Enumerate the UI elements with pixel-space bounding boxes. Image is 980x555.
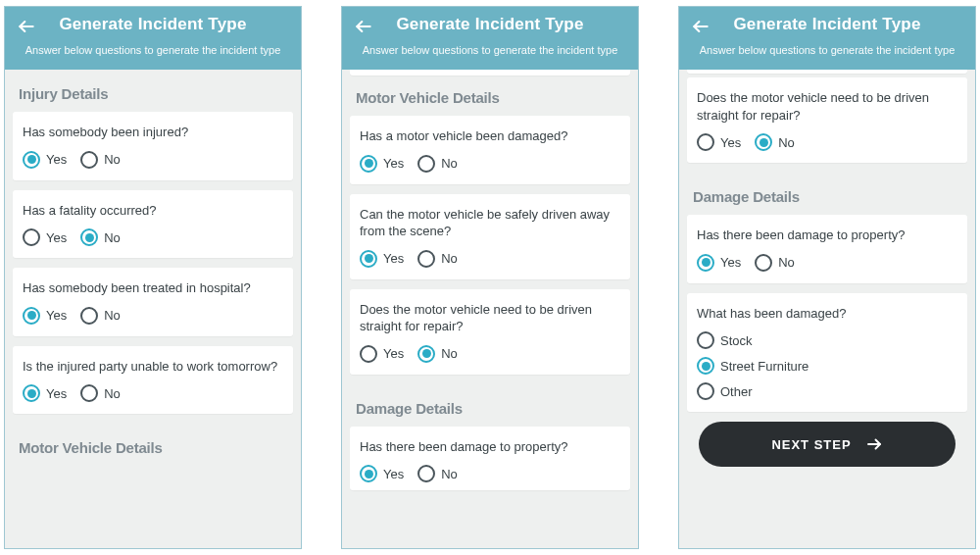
question-card-what-damaged: What has been damaged? Stock Street Furn…	[687, 293, 967, 413]
radio-label: No	[441, 346, 458, 361]
question-label: Does the motor vehicle need to be driven…	[360, 301, 620, 335]
radio-label: Other	[720, 384, 753, 399]
radio-icon	[697, 382, 714, 400]
page-subtitle: Answer below questions to generate the i…	[352, 44, 628, 56]
radio-icon	[80, 307, 98, 325]
radio-label: No	[104, 308, 121, 323]
radio-icon	[80, 228, 98, 246]
section-motor-vehicle-details: Motor Vehicle Details	[13, 424, 293, 466]
scroll-area[interactable]: Injury Details Has somebody been injured…	[5, 70, 301, 548]
radio-label: Yes	[46, 308, 67, 323]
question-card-fatality: Has a fatality occurred? Yes No	[13, 190, 293, 259]
radio-icon	[23, 307, 40, 325]
radio-icon	[23, 384, 40, 402]
radio-no[interactable]: No	[417, 155, 458, 173]
radio-label: Yes	[720, 135, 741, 150]
radio-icon	[417, 345, 435, 363]
app-header: Generate Incident Type Answer below ques…	[342, 7, 638, 70]
radio-icon	[755, 254, 772, 272]
back-button[interactable]	[15, 15, 38, 38]
radio-yes[interactable]: Yes	[697, 133, 741, 151]
scroll-area[interactable]: Motor Vehicle Details Has a motor vehicl…	[342, 70, 638, 548]
radio-icon	[23, 151, 40, 169]
radio-group: Yes No	[23, 228, 283, 246]
radio-yes[interactable]: Yes	[360, 250, 404, 268]
radio-group: Yes No	[23, 384, 283, 402]
question-card-prop-damage: Has there been damage to property? Yes N…	[687, 215, 967, 283]
radio-label: No	[104, 386, 121, 401]
app-header: Generate Incident Type Answer below ques…	[679, 7, 975, 70]
radio-no[interactable]: No	[80, 151, 121, 169]
app-header: Generate Incident Type Answer below ques…	[5, 7, 301, 70]
radio-group: Yes No	[360, 465, 620, 482]
radio-yes[interactable]: Yes	[23, 151, 67, 169]
question-label: Has there been damage to property?	[697, 227, 957, 244]
radio-no[interactable]: No	[80, 228, 121, 246]
radio-no[interactable]: No	[417, 345, 458, 363]
radio-yes[interactable]: Yes	[360, 345, 404, 363]
arrow-right-icon	[865, 435, 883, 453]
screen-1: Generate Incident Type Answer below ques…	[4, 6, 302, 549]
radio-icon	[360, 345, 377, 363]
radio-icon	[697, 331, 714, 349]
radio-stock[interactable]: Stock	[697, 331, 957, 349]
arrow-left-icon	[17, 17, 36, 36]
radio-no[interactable]: No	[417, 465, 458, 482]
radio-yes[interactable]: Yes	[23, 228, 67, 246]
question-card-mv-repair: Does the motor vehicle need to be driven…	[350, 289, 630, 375]
radio-label: Yes	[383, 467, 404, 481]
radio-label: Yes	[383, 251, 404, 266]
radio-yes[interactable]: Yes	[697, 254, 741, 272]
radio-yes[interactable]: Yes	[360, 465, 404, 482]
page-subtitle: Answer below questions to generate the i…	[689, 44, 965, 56]
radio-icon	[697, 357, 714, 375]
scroll-area[interactable]: Does the motor vehicle need to be driven…	[679, 70, 975, 548]
next-step-button[interactable]: NEXT STEP	[699, 422, 956, 467]
radio-label: No	[104, 152, 121, 167]
radio-icon	[360, 250, 377, 268]
radio-group: Yes No	[697, 133, 957, 151]
question-label: Does the motor vehicle need to be driven…	[697, 89, 957, 124]
radio-label: Stock	[720, 333, 753, 348]
radio-yes[interactable]: Yes	[360, 155, 404, 173]
question-card-mv-damaged: Has a motor vehicle been damaged? Yes No	[350, 116, 630, 184]
section-motor-vehicle-details: Motor Vehicle Details	[350, 79, 630, 116]
radio-no[interactable]: No	[417, 250, 458, 268]
radio-icon	[755, 133, 772, 151]
radio-icon	[360, 155, 377, 173]
radio-no[interactable]: No	[80, 307, 121, 325]
screen-2: Generate Incident Type Answer below ques…	[341, 6, 639, 549]
radio-icon	[697, 133, 714, 151]
radio-label: No	[778, 135, 795, 150]
radio-other[interactable]: Other	[697, 382, 957, 400]
question-label: Can the motor vehicle be safely driven a…	[360, 206, 620, 240]
radio-no[interactable]: No	[755, 133, 795, 151]
page-title: Generate Incident Type	[689, 15, 965, 34]
radio-group: Yes No	[360, 345, 620, 363]
radio-no[interactable]: No	[755, 254, 795, 272]
radio-group: Yes No	[697, 254, 957, 272]
screen-3: Generate Incident Type Answer below ques…	[678, 6, 976, 549]
radio-no[interactable]: No	[80, 384, 121, 402]
radio-yes[interactable]: Yes	[23, 307, 67, 325]
question-card-prop-damage: Has there been damage to property? Yes N…	[350, 427, 630, 491]
radio-icon	[80, 151, 98, 169]
radio-yes[interactable]: Yes	[23, 384, 67, 402]
radio-group: Stock Street Furniture Other	[697, 331, 957, 400]
radio-icon	[417, 155, 435, 173]
back-button[interactable]	[352, 15, 375, 38]
radio-label: No	[778, 255, 795, 270]
radio-icon	[23, 228, 40, 246]
radio-group: Yes No	[23, 151, 283, 169]
page-title: Generate Incident Type	[352, 15, 628, 34]
radio-icon	[697, 254, 714, 272]
question-label: Has there been damage to property?	[360, 438, 620, 456]
radio-group: Yes No	[360, 155, 620, 173]
radio-street-furniture[interactable]: Street Furniture	[697, 357, 957, 375]
back-button[interactable]	[689, 15, 712, 38]
radio-label: No	[104, 230, 121, 245]
page-title: Generate Incident Type	[15, 15, 291, 34]
partial-card-top	[350, 70, 630, 76]
question-label: Has somebody been treated in hospital?	[23, 279, 283, 297]
question-label: What has been damaged?	[697, 305, 957, 323]
